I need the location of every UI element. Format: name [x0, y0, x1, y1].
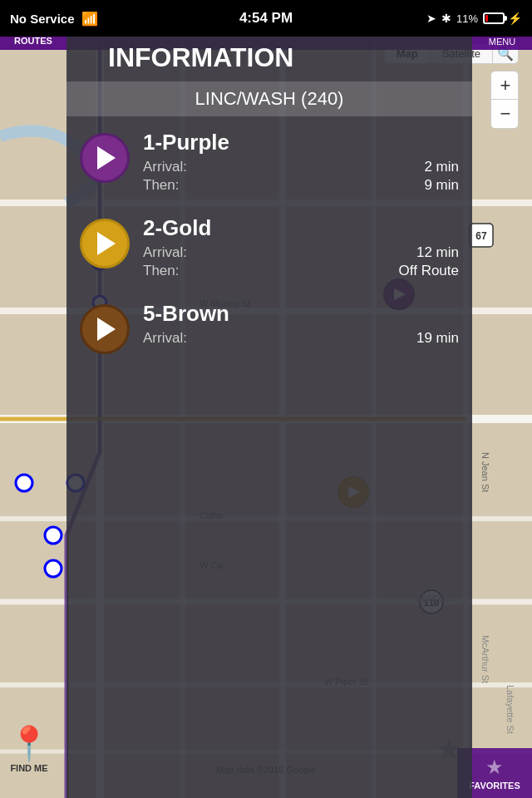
battery-box: [483, 12, 505, 24]
status-time: 4:54 PM: [239, 10, 293, 27]
svg-point-17: [45, 527, 62, 544]
route-item-purple: 1-Purple Arrival: 2 min Then: 9 min: [80, 130, 459, 195]
route-icon-gold[interactable]: [80, 219, 130, 268]
route-item-gold: 2-Gold Arrival: 12 min Then: Off Route: [80, 215, 459, 281]
then-label-gold: Then:: [143, 263, 179, 279]
no-service-text: No Service: [10, 12, 75, 26]
wifi-icon: 📶: [81, 11, 98, 27]
find-me-icon: 📍: [8, 724, 50, 763]
svg-text:67: 67: [475, 230, 487, 242]
find-me-button[interactable]: 📍 FIND ME: [8, 724, 50, 773]
stop-name: LINC/WASH (240): [195, 88, 344, 109]
stop-name-bar: LINC/WASH (240): [66, 81, 472, 116]
route-item-brown: 5-Brown Arrival: 19 min: [80, 301, 459, 354]
status-bar: No Service 📶 4:54 PM ➤ ✱ 11% ⚡: [0, 0, 532, 37]
routes-label: ROUTES: [14, 36, 52, 46]
favorites-label: FAVORITES: [469, 781, 520, 791]
arrival-value-brown: 19 min: [416, 330, 459, 347]
route-name-gold: 2-Gold: [143, 215, 459, 241]
route-then-purple: Then: 9 min: [143, 177, 459, 194]
arrival-label-brown: Arrival:: [143, 330, 187, 347]
arrival-value-purple: 2 min: [424, 159, 459, 175]
svg-point-18: [45, 560, 62, 577]
then-value-gold: Off Route: [399, 263, 459, 279]
find-me-label: FIND ME: [10, 763, 47, 773]
then-label-purple: Then:: [143, 177, 179, 194]
route-arrival-purple: Arrival: 2 min: [143, 159, 459, 175]
svg-text:McArthur St: McArthur St: [480, 635, 490, 683]
svg-text:Lafayette St: Lafayette St: [505, 685, 515, 734]
route-icon-brown[interactable]: [80, 304, 130, 354]
play-icon-gold: [97, 232, 116, 255]
route-name-purple: 1-Purple: [143, 130, 459, 155]
play-icon-brown: [97, 318, 116, 341]
then-value-purple: 9 min: [424, 177, 459, 194]
zoom-controls: + −: [490, 71, 519, 129]
route-icon-purple[interactable]: [80, 133, 130, 183]
arrival-label-gold: Arrival:: [143, 244, 187, 261]
favorites-star-icon: ★: [485, 756, 504, 779]
zoom-in-button[interactable]: +: [491, 71, 519, 100]
route-arrival-brown: Arrival: 19 min: [143, 330, 459, 347]
route-info-gold: 2-Gold Arrival: 12 min Then: Off Route: [143, 215, 459, 281]
arrival-value-gold: 12 min: [416, 244, 459, 261]
battery-fill: [485, 15, 488, 22]
svg-text:N Jean St: N Jean St: [480, 452, 490, 492]
bluetooth-icon: ✱: [441, 12, 451, 25]
route-info-purple: 1-Purple Arrival: 2 min Then: 9 min: [143, 130, 459, 195]
menu-label: MENU: [489, 37, 515, 47]
play-icon-purple: [97, 146, 116, 170]
routes-list: 1-Purple Arrival: 2 min Then: 9 min 2-Go…: [66, 116, 472, 354]
location-icon: ➤: [426, 12, 436, 25]
stop-info-panel: × STOPINFORMATION LINC/WASH (240) 1-Purp…: [66, 0, 472, 798]
battery-indicator: ⚡: [483, 12, 522, 25]
charging-icon: ⚡: [508, 12, 522, 25]
route-arrival-gold: Arrival: 12 min: [143, 244, 459, 261]
battery-percent: 11%: [456, 12, 478, 25]
arrival-label-purple: Arrival:: [143, 159, 187, 175]
route-info-brown: 5-Brown Arrival: 19 min: [143, 301, 459, 348]
route-name-brown: 5-Brown: [143, 301, 459, 327]
route-then-gold: Then: Off Route: [143, 263, 459, 279]
svg-point-15: [16, 475, 32, 491]
status-left: No Service 📶: [10, 11, 176, 27]
status-right: ➤ ✱ 11% ⚡: [356, 12, 522, 25]
zoom-out-button[interactable]: −: [491, 100, 519, 128]
